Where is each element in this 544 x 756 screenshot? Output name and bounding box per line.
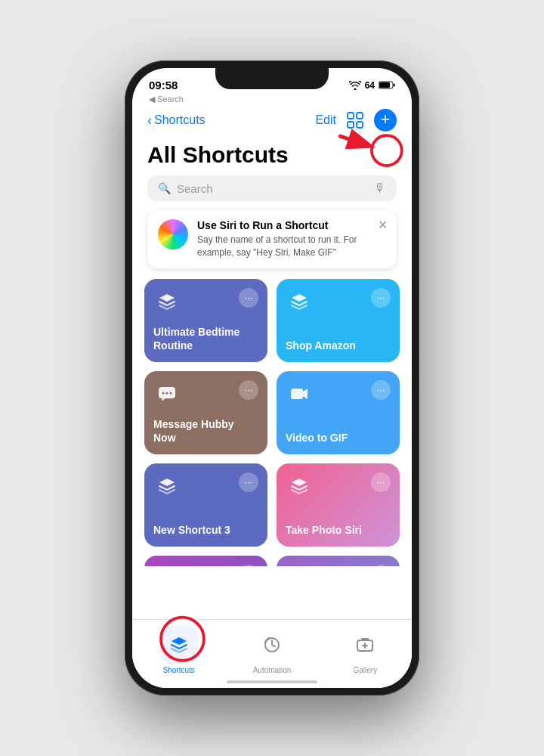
tab-bar: Shortcuts Automation xyxy=(132,619,412,688)
wifi-icon xyxy=(349,81,361,90)
tab-automation[interactable]: Automation xyxy=(225,626,318,674)
card-more-button[interactable]: ··· xyxy=(371,565,391,566)
card-top: ··· xyxy=(286,565,391,566)
layers-icon xyxy=(286,288,313,315)
message-icon xyxy=(153,565,181,566)
siri-banner-close[interactable]: ✕ xyxy=(378,218,388,232)
search-field-icon: 🔍 xyxy=(158,182,171,194)
tab-shortcuts-label: Shortcuts xyxy=(163,666,195,674)
status-icons: 64 xyxy=(349,80,395,91)
card-more-button[interactable]: ··· xyxy=(239,288,258,308)
card-top: ··· xyxy=(153,380,258,407)
svg-rect-1 xyxy=(379,82,390,88)
svg-point-10 xyxy=(162,392,165,394)
card-top: ··· xyxy=(286,472,391,500)
card-label-ultimate-bedtime: Ultimate Bedtime Routine xyxy=(153,325,258,352)
shortcut-card-shop-amazon[interactable]: ··· Shop Amazon xyxy=(277,279,400,362)
add-shortcut-button[interactable]: + xyxy=(374,109,397,132)
shortcut-card-new-shortcut-2[interactable]: ··· New Shortcut 2 xyxy=(144,556,267,566)
gallery-tab-icon xyxy=(354,634,376,655)
card-top: ··· xyxy=(153,472,258,500)
card-more-button[interactable]: ··· xyxy=(371,380,391,400)
svg-rect-3 xyxy=(357,113,363,119)
card-label-shop-amazon: Shop Amazon xyxy=(286,339,391,352)
card-label-message-hubby: Message Hubby Now xyxy=(153,417,258,445)
automation-tab-icon xyxy=(261,634,283,655)
nav-actions: Edit + xyxy=(315,109,397,132)
svg-point-11 xyxy=(166,392,168,394)
edit-button[interactable]: Edit xyxy=(315,113,336,127)
layers-icon xyxy=(153,288,181,315)
back-chevron-icon: ‹ xyxy=(147,113,152,129)
phone-notch xyxy=(215,68,329,89)
siri-banner-description: Say the name of a shortcut to run it. Fo… xyxy=(197,234,386,259)
svg-rect-13 xyxy=(291,389,303,399)
status-time: 09:58 xyxy=(149,79,178,91)
shortcut-card-let-there-be-light[interactable]: ··· Let There Be Light xyxy=(277,556,400,566)
tab-shortcuts[interactable]: Shortcuts xyxy=(132,626,225,674)
search-label: ◀ Search xyxy=(132,94,412,107)
card-label-new-shortcut-3: New Shortcut 3 xyxy=(153,523,258,537)
card-more-button[interactable]: ··· xyxy=(239,380,258,400)
card-more-button[interactable]: ··· xyxy=(371,288,391,308)
shortcut-card-new-shortcut-3[interactable]: ··· New Shortcut 3 xyxy=(144,463,267,547)
tab-gallery-icon-wrap xyxy=(346,626,384,664)
tab-gallery-label: Gallery xyxy=(353,666,377,674)
microphone-icon[interactable]: 🎙 xyxy=(374,181,386,195)
card-top: ··· xyxy=(153,288,258,315)
plus-icon: + xyxy=(381,111,391,128)
layers-icon xyxy=(286,472,313,500)
grid-view-icon[interactable] xyxy=(347,112,363,129)
card-label-video-to-gif: Video to GIF xyxy=(286,431,391,445)
page-title: All Shortcuts xyxy=(132,138,412,175)
card-top: ··· xyxy=(286,288,391,315)
siri-banner: Use Siri to Run a Shortcut Say the name … xyxy=(147,210,397,268)
card-top: ··· xyxy=(153,565,258,566)
siri-banner-title: Use Siri to Run a Shortcut xyxy=(197,219,386,231)
shortcuts-tab-icon xyxy=(168,634,190,655)
svg-rect-2 xyxy=(348,113,354,119)
tab-shortcuts-icon-wrap xyxy=(160,626,198,664)
message-icon xyxy=(153,380,181,407)
svg-point-12 xyxy=(170,392,172,394)
search-field-placeholder: Search xyxy=(177,182,368,195)
nav-back-button[interactable]: ‹ Shortcuts xyxy=(147,113,206,129)
battery-icon xyxy=(379,81,395,89)
card-more-button[interactable]: ··· xyxy=(239,472,258,492)
shortcut-card-ultimate-bedtime[interactable]: ··· Ultimate Bedtime Routine xyxy=(144,279,267,362)
layers-icon xyxy=(153,472,181,500)
back-label: Shortcuts xyxy=(154,113,206,127)
shortcut-card-message-hubby[interactable]: ··· Message Hubby Now xyxy=(144,371,267,454)
svg-rect-5 xyxy=(357,122,363,128)
home-indicator xyxy=(227,680,317,683)
shortcut-card-video-to-gif[interactable]: ··· Video to GIF xyxy=(277,371,400,454)
card-label-take-photo-siri: Take Photo Siri xyxy=(286,523,391,537)
svg-rect-4 xyxy=(348,122,354,128)
video-icon xyxy=(286,380,313,407)
card-top: ··· xyxy=(286,380,391,407)
search-field[interactable]: 🔍 Search 🎙 xyxy=(147,175,397,201)
phone-screen: 09:58 64 ◀ Search xyxy=(132,68,412,688)
layers-icon xyxy=(286,565,313,566)
shortcuts-grid: ··· Ultimate Bedtime Routine ··· Shop Am… xyxy=(132,279,412,566)
tab-gallery[interactable]: Gallery xyxy=(319,626,412,674)
siri-orb-icon xyxy=(158,219,188,249)
back-search-text: ◀ Search xyxy=(149,94,184,104)
siri-banner-text: Use Siri to Run a Shortcut Say the name … xyxy=(197,219,386,259)
nav-bar: ‹ Shortcuts Edit + xyxy=(132,107,412,138)
shortcut-card-take-photo-siri[interactable]: ··· Take Photo Siri xyxy=(277,463,400,547)
tab-automation-label: Automation xyxy=(253,666,292,674)
phone-frame: 09:58 64 ◀ Search xyxy=(125,60,419,696)
battery-indicator: 64 xyxy=(365,80,375,91)
card-more-button[interactable]: ··· xyxy=(371,472,391,492)
card-more-button[interactable]: ··· xyxy=(239,565,258,566)
tab-automation-icon-wrap xyxy=(253,626,291,664)
